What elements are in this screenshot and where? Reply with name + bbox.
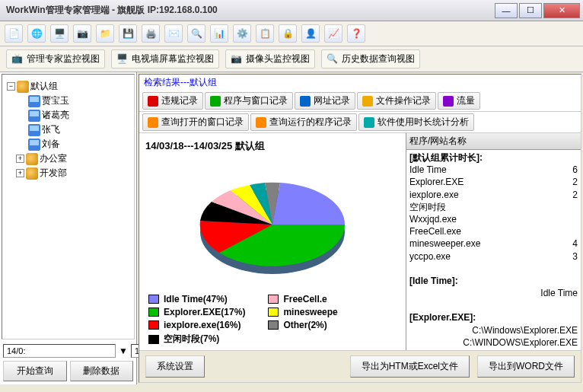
file-icon bbox=[362, 96, 373, 107]
record-tabs-row1: 违规记录 程序与窗口记录 网址记录 文件操作记录 流量 bbox=[139, 91, 581, 112]
list-item[interactable]: Wxxjqd.exe bbox=[409, 213, 578, 225]
tab-violation[interactable]: 违规记录 bbox=[142, 92, 203, 110]
tree-user[interactable]: 贾宝玉 bbox=[5, 94, 131, 108]
dropdown-icon[interactable]: ▼ bbox=[119, 346, 128, 356]
pc-icon bbox=[28, 139, 40, 151]
tree-group-dev[interactable]: +开发部 bbox=[5, 166, 131, 180]
list-item[interactable]: iexplore.exe2 bbox=[409, 189, 578, 201]
list-header[interactable]: 程序/网站名称 bbox=[406, 133, 581, 150]
list-group: [默认组累计时长]: bbox=[409, 151, 578, 164]
content: 检索结果---默认组 违规记录 程序与窗口记录 网址记录 文件操作记录 流量 查… bbox=[139, 74, 581, 383]
list-item[interactable]: Idle Time6 bbox=[409, 164, 578, 176]
group-icon bbox=[26, 153, 38, 165]
expand-icon[interactable]: + bbox=[16, 169, 24, 177]
maximize-button[interactable]: ☐ bbox=[519, 3, 542, 18]
legend-item: iexplore.exe(16%) bbox=[148, 320, 245, 330]
legend-item: 空闲时段(7%) bbox=[148, 333, 245, 346]
settings-button[interactable]: 系统设置 bbox=[145, 355, 205, 378]
pc-icon bbox=[28, 124, 40, 136]
tool-icon-4[interactable]: 📷 bbox=[73, 24, 91, 43]
search-icon bbox=[148, 117, 158, 128]
export-word-button[interactable]: 导出到WORD文件 bbox=[477, 355, 575, 378]
legend-item: Explorer.EXE(17%) bbox=[148, 307, 245, 317]
tab-query-programs[interactable]: 查询运行的程序记录 bbox=[250, 113, 357, 131]
tab-monitor-view[interactable]: 📺管理专家监控视图 bbox=[6, 49, 105, 69]
tree-user[interactable]: 刘备 bbox=[5, 137, 131, 151]
program-list-panel: 程序/网站名称 [默认组累计时长]: Idle Time6 Explorer.E… bbox=[406, 133, 581, 350]
tab-query-windows[interactable]: 查询打开的窗口记录 bbox=[142, 113, 249, 131]
group-icon bbox=[26, 167, 38, 180]
list-group: [Explorer.EXE]: bbox=[409, 311, 578, 323]
chart-legend: Idle Time(47%) Explorer.EXE(17%) iexplor… bbox=[145, 292, 400, 347]
tool-icon-10[interactable]: 📊 bbox=[210, 24, 228, 43]
close-button[interactable]: ✕ bbox=[543, 3, 580, 18]
tool-icon-5[interactable]: 📁 bbox=[96, 24, 114, 43]
delete-button[interactable]: 删除数据 bbox=[70, 361, 134, 381]
sidebar: −默认组 贾宝玉 诸葛亮 张飞 刘备 +办公室 +开发部 ▼ ▼ 开始查询 删除… bbox=[0, 72, 137, 384]
tool-icon-2[interactable]: 🌐 bbox=[27, 24, 46, 43]
expand-icon[interactable]: + bbox=[16, 155, 24, 163]
legend-item: FreeCell.e bbox=[268, 294, 337, 304]
list-item[interactable]: Idle Time bbox=[409, 287, 578, 299]
bottom-buttons: 系统设置 导出为HTM或Excel文件 导出到WORD文件 bbox=[139, 350, 581, 382]
list-item[interactable]: yccpo.exe3 bbox=[409, 250, 578, 263]
tab-history-view[interactable]: 🔍历史数据查询视图 bbox=[321, 49, 420, 69]
tool-icon-7[interactable]: 🖨️ bbox=[142, 24, 160, 43]
legend-item: Idle Time(47%) bbox=[148, 294, 245, 304]
tool-icon-15[interactable]: 📈 bbox=[324, 24, 342, 43]
main-toolbar: 📄 🌐 🖥️ 📷 📁 💾 🖨️ ✉️ 🔍 📊 ⚙️ 📋 🔒 👤 📈 ❓ bbox=[0, 21, 583, 46]
tool-icon-14[interactable]: 👤 bbox=[301, 24, 320, 43]
tab-program-window[interactable]: 程序与窗口记录 bbox=[205, 92, 293, 110]
chart-header: 14/03/18---14/03/25 默认组 bbox=[145, 136, 400, 156]
tab-camera-view[interactable]: 📷摄像头监控视图 bbox=[225, 49, 315, 69]
list-group: [Idle Time]: bbox=[409, 275, 578, 287]
legend-item: minesweepe bbox=[268, 307, 337, 317]
collapse-icon[interactable]: − bbox=[7, 82, 15, 91]
tree-user[interactable]: 张飞 bbox=[5, 123, 131, 137]
titlebar: WorkWin管理专家管理端 - 旗舰版 IP:192.168.0.100 — … bbox=[0, 0, 583, 21]
tab-usage-stats[interactable]: 软件使用时长统计分析 bbox=[358, 113, 474, 131]
list-item[interactable]: C:\Windows\Explorer.EXE bbox=[409, 324, 578, 336]
date-from-input[interactable] bbox=[3, 344, 116, 358]
tab-traffic[interactable]: 流量 bbox=[438, 92, 480, 110]
record-tabs-row2: 查询打开的窗口记录 查询运行的程序记录 软件使用时长统计分析 bbox=[139, 112, 581, 133]
traffic-icon bbox=[443, 96, 454, 107]
view-tabs: 📺管理专家监控视图 🖥️电视墙屏幕监控视图 📷摄像头监控视图 🔍历史数据查询视图 bbox=[0, 46, 583, 72]
window-icon bbox=[210, 96, 221, 107]
minimize-button[interactable]: — bbox=[495, 3, 518, 18]
export-html-button[interactable]: 导出为HTM或Excel文件 bbox=[350, 355, 470, 378]
window-title: WorkWin管理专家管理端 - 旗舰版 IP:192.168.0.100 bbox=[3, 4, 495, 17]
globe-icon bbox=[300, 96, 311, 107]
search-result-header: 检索结果---默认组 bbox=[139, 75, 581, 91]
tool-icon-9[interactable]: 🔍 bbox=[187, 24, 205, 43]
tool-icon-8[interactable]: ✉️ bbox=[164, 24, 183, 43]
list-item[interactable]: C:\WINDOWS\Explorer.EXE bbox=[409, 336, 578, 349]
pc-icon bbox=[28, 95, 40, 107]
tab-fileop[interactable]: 文件操作记录 bbox=[357, 92, 436, 110]
tree-user[interactable]: 诸葛亮 bbox=[5, 108, 131, 123]
group-icon bbox=[17, 81, 29, 93]
query-button[interactable]: 开始查询 bbox=[3, 361, 67, 381]
tab-url[interactable]: 网址记录 bbox=[295, 92, 355, 110]
pc-icon bbox=[28, 110, 40, 122]
tool-icon-1[interactable]: 📄 bbox=[5, 24, 23, 43]
legend-item: Other(2%) bbox=[268, 320, 337, 330]
list-item[interactable]: 空闲时段 bbox=[409, 201, 578, 213]
tab-tvwall-view[interactable]: 🖥️电视墙屏幕监控视图 bbox=[111, 49, 219, 69]
tool-icon-13[interactable]: 🔒 bbox=[279, 24, 297, 43]
list-item[interactable]: FreeCell.exe bbox=[409, 225, 578, 237]
tool-icon-6[interactable]: 💾 bbox=[119, 24, 137, 43]
tree-group-default[interactable]: −默认组 bbox=[5, 79, 131, 94]
search-icon bbox=[256, 117, 266, 128]
pie-chart bbox=[145, 156, 400, 292]
tool-icon-16[interactable]: ❓ bbox=[347, 24, 365, 43]
list-item[interactable]: minesweeper.exe4 bbox=[409, 237, 578, 250]
tool-icon-3[interactable]: 🖥️ bbox=[50, 24, 68, 43]
program-list[interactable]: [默认组累计时长]: Idle Time6 Explorer.EXE2 iexp… bbox=[406, 150, 581, 350]
computer-tree[interactable]: −默认组 贾宝玉 诸葛亮 张飞 刘备 +办公室 +开发部 bbox=[2, 74, 135, 339]
tree-group-office[interactable]: +办公室 bbox=[5, 151, 131, 166]
stop-icon bbox=[148, 96, 158, 107]
tool-icon-11[interactable]: ⚙️ bbox=[233, 24, 251, 43]
list-item[interactable]: Explorer.EXE2 bbox=[409, 176, 578, 188]
tool-icon-12[interactable]: 📋 bbox=[256, 24, 274, 43]
